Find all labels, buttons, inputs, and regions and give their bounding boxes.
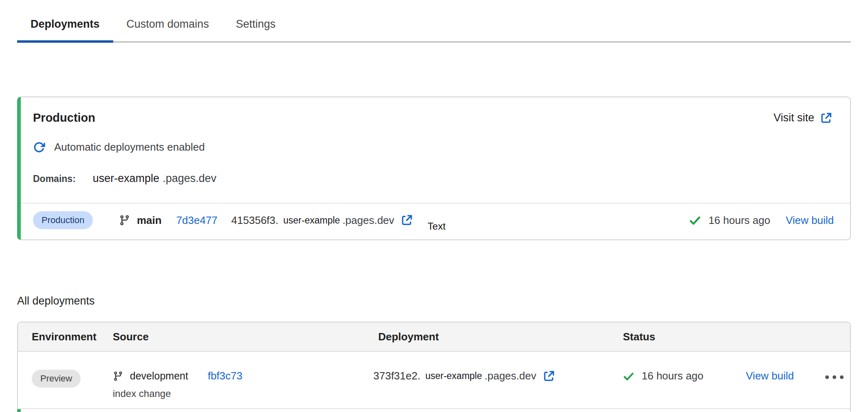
branch-name: development xyxy=(130,370,188,382)
table-row: Preview development fbf3c73 index change… xyxy=(18,352,850,409)
external-link-icon[interactable] xyxy=(543,370,555,382)
tab-custom-domains[interactable]: Custom domains xyxy=(113,11,223,41)
auto-deployments-label: Automatic deployments enabled xyxy=(54,141,205,153)
tab-deployments[interactable]: Deployments xyxy=(17,11,113,41)
environment-badge-preview: Preview xyxy=(32,370,81,388)
deployment-time: 16 hours ago xyxy=(708,214,770,227)
visit-site-label: Visit site xyxy=(774,112,814,124)
deployment-domain-name: user-example xyxy=(425,370,482,381)
auto-deployments-status: Automatic deployments enabled xyxy=(21,141,850,153)
commit-link[interactable]: fbf3c73 xyxy=(208,370,242,382)
deployment-subdomain: 415356f3. xyxy=(231,214,278,227)
domain-name: user-example xyxy=(93,172,160,185)
production-title: Production xyxy=(33,111,95,125)
production-deployment-row: Production main 7d3e477 415356f3. user-e… xyxy=(21,204,850,237)
more-options-icon[interactable] xyxy=(825,375,850,379)
refresh-icon xyxy=(33,141,45,153)
column-header-status: Status xyxy=(620,331,738,343)
column-header-environment: Environment xyxy=(18,331,113,343)
deployment-time: 16 hours ago xyxy=(642,370,704,382)
deployment-domain-name: user-example xyxy=(283,215,340,226)
view-build-link[interactable]: View build xyxy=(746,370,794,382)
row-menu-cell xyxy=(817,370,850,379)
domain-suffix: .pages.dev xyxy=(162,172,216,185)
branch-name: main xyxy=(137,214,162,227)
deployment-domain-suffix: .pages.dev xyxy=(484,370,536,382)
source-cell: development fbf3c73 index change xyxy=(113,370,373,399)
environment-badge-production: Production xyxy=(33,211,93,229)
git-branch-icon xyxy=(119,215,130,226)
production-status-group: 16 hours ago View build xyxy=(689,214,834,227)
deployment-cell: 373f31e2. user-example .pages.dev xyxy=(373,370,620,382)
production-card-header: Production Visit site xyxy=(21,97,850,125)
view-build-link[interactable]: View build xyxy=(786,214,834,227)
external-link-icon[interactable] xyxy=(401,214,413,226)
column-header-source: Source xyxy=(113,331,373,343)
visit-site-link[interactable]: Visit site xyxy=(774,112,832,124)
success-check-icon xyxy=(689,214,701,226)
environment-cell: Preview xyxy=(18,370,113,388)
next-row-accent xyxy=(17,409,21,412)
table-header-row: Environment Source Deployment Status xyxy=(18,322,850,352)
deployment-subdomain: 373f31e2. xyxy=(373,370,421,382)
deployments-table: Environment Source Deployment Status Pre… xyxy=(17,322,851,412)
external-link-icon xyxy=(820,112,832,124)
status-cell: 16 hours ago xyxy=(620,370,738,382)
tab-settings[interactable]: Settings xyxy=(222,11,289,41)
view-build-cell: View build xyxy=(738,370,817,382)
success-check-icon xyxy=(623,370,634,382)
column-header-deployment: Deployment xyxy=(373,331,620,343)
all-deployments-title: All deployments xyxy=(17,295,95,307)
commit-message: index change xyxy=(113,388,373,399)
deployment-domain-suffix: .pages.dev xyxy=(342,214,394,227)
git-branch-icon xyxy=(113,371,123,381)
commit-link[interactable]: 7d3e477 xyxy=(176,214,217,227)
text-note: Text xyxy=(427,221,445,232)
domains-row: Domains: user-example .pages.dev xyxy=(21,172,850,185)
domains-label: Domains: xyxy=(33,173,76,184)
production-card: Production Visit site Automatic deployme… xyxy=(17,96,851,240)
tab-bar: Deployments Custom domains Settings xyxy=(17,11,851,43)
